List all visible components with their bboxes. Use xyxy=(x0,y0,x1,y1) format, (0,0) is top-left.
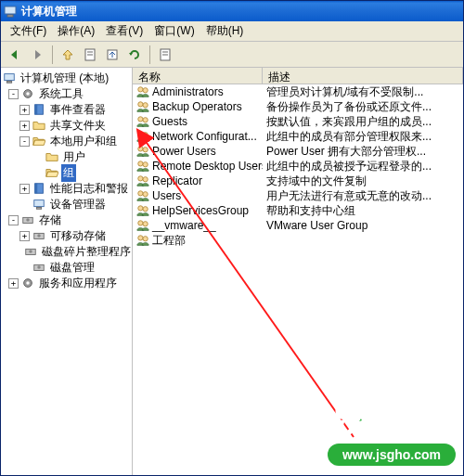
app-icon xyxy=(3,4,18,19)
item-name: 工程部 xyxy=(152,233,186,249)
item-desc: 此组中的成员有部分管理权限来... xyxy=(263,129,463,145)
group-icon xyxy=(136,234,149,247)
column-desc[interactable]: 描述 xyxy=(263,68,463,84)
list-item[interactable]: __vmware__VMware User Group xyxy=(133,218,463,233)
item-desc: 此组中的成员被授予远程登录的... xyxy=(263,159,463,174)
menu-view[interactable]: 查看(V) xyxy=(100,21,148,41)
item-desc: Power User 拥有大部分管理权... xyxy=(263,144,463,160)
tree-storage[interactable]: -存储 xyxy=(1,212,132,227)
item-name: Replicator xyxy=(152,174,202,187)
tree-perf-logs[interactable]: +性能日志和警报 xyxy=(1,181,132,196)
toolbar-separator xyxy=(149,45,150,64)
collapse-icon[interactable]: - xyxy=(8,215,19,225)
list-body[interactable]: Administrators管理员对计算机/域有不受限制...Backup Op… xyxy=(133,84,463,475)
list-item[interactable]: Replicator支持域中的文件复制 xyxy=(133,174,463,188)
folder-icon xyxy=(45,150,58,163)
refresh-button[interactable] xyxy=(124,45,145,65)
item-name: Administrators xyxy=(152,85,224,98)
item-name: __vmware__ xyxy=(152,219,216,232)
tree-shared-folders[interactable]: +共享文件夹 xyxy=(1,118,132,133)
item-desc: 用户无法进行有意或无意的改动... xyxy=(263,188,463,204)
app-window: 计算机管理 文件(F) 操作(A) 查看(V) 窗口(W) 帮助(H) 计算机管… xyxy=(0,0,464,476)
item-desc: 备份操作员为了备份或还原文件... xyxy=(263,99,463,115)
disk-icon xyxy=(21,213,34,226)
list-pane: 名称 描述 Administrators管理员对计算机/域有不受限制...Bac… xyxy=(133,68,463,475)
tree-removable[interactable]: +可移动存储 xyxy=(1,228,132,243)
tree-device-manager[interactable]: 设备管理器 xyxy=(1,197,132,212)
list-item[interactable]: HelpServicesGroup帮助和支持中心组 xyxy=(133,203,463,218)
menu-file[interactable]: 文件(F) xyxy=(5,21,52,41)
list-item[interactable]: Users用户无法进行有意或无意的改动... xyxy=(133,188,463,203)
item-desc: 支持域中的文件复制 xyxy=(263,174,463,189)
properties-button[interactable] xyxy=(80,45,100,65)
folder-icon xyxy=(21,87,34,100)
menu-help[interactable]: 帮助(H) xyxy=(200,21,250,41)
folder-icon xyxy=(45,166,58,179)
group-icon xyxy=(136,145,149,158)
expand-icon[interactable]: + xyxy=(19,105,30,115)
book-icon xyxy=(32,182,45,195)
collapse-icon[interactable]: - xyxy=(8,89,19,99)
menu-window[interactable]: 窗口(W) xyxy=(148,21,200,41)
tree-disk-mgmt[interactable]: 磁盘管理 xyxy=(1,260,132,275)
tree-services-apps[interactable]: +服务和应用程序 xyxy=(1,276,132,290)
up-button[interactable] xyxy=(58,45,78,65)
list-item[interactable]: Guests按默认值，来宾跟用户组的成员... xyxy=(133,114,463,129)
list-item[interactable]: Power UsersPower User 拥有大部分管理权... xyxy=(133,144,463,159)
menu-bar: 文件(F) 操作(A) 查看(V) 窗口(W) 帮助(H) xyxy=(1,21,463,42)
group-icon xyxy=(136,189,149,202)
tree-users[interactable]: 用户 xyxy=(1,149,132,164)
group-icon xyxy=(136,115,149,128)
group-icon xyxy=(136,100,149,113)
collapse-icon[interactable]: - xyxy=(19,136,30,147)
group-icon xyxy=(136,219,149,232)
tree-groups[interactable]: 组 xyxy=(1,165,132,180)
title-bar[interactable]: 计算机管理 xyxy=(1,1,463,21)
computer-icon xyxy=(32,198,45,211)
list-item[interactable]: Backup Operators备份操作员为了备份或还原文件... xyxy=(133,99,463,114)
book-icon xyxy=(32,103,45,116)
computer-icon xyxy=(3,71,16,84)
tree-defrag[interactable]: 磁盘碎片整理程序 xyxy=(1,244,132,259)
item-desc: 按默认值，来宾跟用户组的成员... xyxy=(263,114,463,130)
expand-icon[interactable]: + xyxy=(19,231,30,241)
expand-icon[interactable]: + xyxy=(19,184,30,194)
disk-icon xyxy=(32,261,45,274)
forward-button xyxy=(27,45,47,65)
menu-action[interactable]: 操作(A) xyxy=(52,21,100,41)
export-button[interactable] xyxy=(102,45,122,65)
group-icon xyxy=(136,204,149,217)
tree-root[interactable]: 计算机管理 (本地) xyxy=(1,71,132,85)
item-desc: VMware User Group xyxy=(263,219,463,232)
item-name: HelpServicesGroup xyxy=(152,204,249,217)
tree-event-viewer[interactable]: +事件查看器 xyxy=(1,102,132,117)
group-icon xyxy=(136,85,149,98)
list-item[interactable]: Network Configurat...此组中的成员有部分管理权限来... xyxy=(133,129,463,144)
column-name[interactable]: 名称 xyxy=(133,68,263,84)
help-button[interactable] xyxy=(155,45,175,65)
group-icon xyxy=(136,130,149,143)
tree-system-tools[interactable]: - 系统工具 xyxy=(1,86,132,101)
gear-icon xyxy=(21,277,34,289)
list-item[interactable]: Remote Desktop Users此组中的成员被授予远程登录的... xyxy=(133,159,463,174)
item-desc: 帮助和支持中心组 xyxy=(263,203,463,219)
group-icon xyxy=(136,160,149,173)
list-header: 名称 描述 xyxy=(133,68,463,84)
list-item[interactable]: 工程部 xyxy=(133,233,463,248)
tree-pane[interactable]: 计算机管理 (本地) - 系统工具 +事件查看器 +共享文件夹 xyxy=(1,68,133,475)
content-area: 计算机管理 (本地) - 系统工具 +事件查看器 +共享文件夹 xyxy=(1,68,463,475)
window-title: 计算机管理 xyxy=(21,4,77,19)
expand-icon[interactable]: + xyxy=(19,121,30,131)
group-icon xyxy=(136,174,149,187)
item-name: Network Configurat... xyxy=(152,130,257,143)
item-name: Power Users xyxy=(152,145,216,158)
folder-icon xyxy=(32,135,45,148)
list-item[interactable]: Administrators管理员对计算机/域有不受限制... xyxy=(133,84,463,99)
item-name: Guests xyxy=(152,115,187,128)
toolbar-separator xyxy=(52,45,53,64)
item-name: Remote Desktop Users xyxy=(152,160,263,173)
back-button[interactable] xyxy=(5,45,25,65)
expand-icon[interactable]: + xyxy=(8,278,19,289)
tree-local-users-groups[interactable]: -本地用户和组 xyxy=(1,134,132,148)
disk-icon xyxy=(24,245,37,258)
